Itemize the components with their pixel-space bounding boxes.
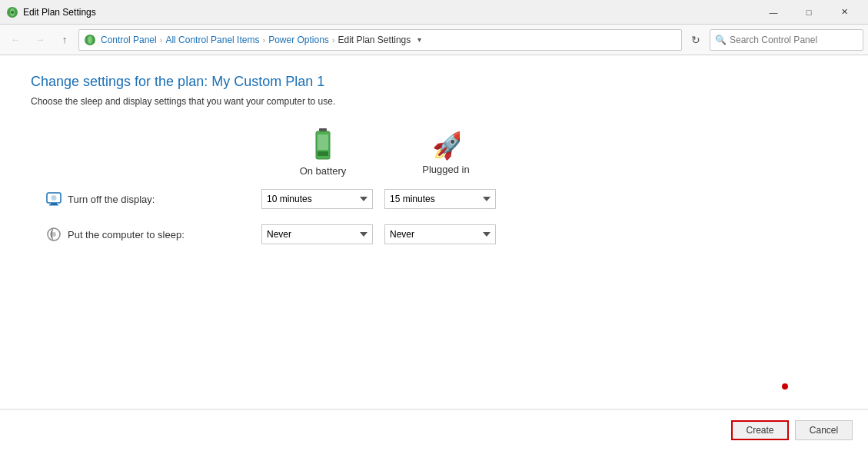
svg-point-4: [88, 36, 92, 44]
display-plugged-select[interactable]: 1 minute 2 minutes 3 minutes 5 minutes 1…: [384, 189, 496, 209]
plug-icon: 🚀: [432, 130, 460, 161]
cancel-button[interactable]: Cancel: [795, 420, 853, 440]
window-title: Edit Plan Settings: [23, 7, 756, 18]
button-row: Create Cancel: [0, 409, 868, 451]
search-icon: 🔍: [715, 35, 727, 45]
breadcrumb-dropdown[interactable]: ▾: [412, 31, 426, 49]
create-button[interactable]: Create: [731, 420, 789, 440]
refresh-button[interactable]: ↻: [685, 29, 707, 51]
column-headers: On battery 🚀 Plugged in: [261, 128, 837, 177]
title-bar: Edit Plan Settings — □ ✕: [0, 0, 868, 25]
minimize-button[interactable]: —: [756, 0, 791, 25]
svg-rect-11: [51, 203, 57, 204]
sleep-label: Put the computer to sleep:: [46, 227, 261, 242]
forward-button[interactable]: →: [29, 29, 51, 51]
close-button[interactable]: ✕: [826, 0, 862, 25]
display-plugged-select-wrapper: 1 minute 2 minutes 3 minutes 5 minutes 1…: [384, 189, 500, 209]
page-subtitle: Choose the sleep and display settings th…: [31, 96, 837, 107]
sleep-battery-select[interactable]: 1 minute 5 minutes 10 minutes 15 minutes…: [261, 224, 373, 244]
svg-rect-5: [319, 128, 327, 131]
breadcrumb-current: Edit Plan Settings: [338, 35, 411, 45]
breadcrumb-all-items[interactable]: All Control Panel Items: [165, 35, 259, 45]
display-battery-select-wrapper: 1 minute 2 minutes 3 minutes 5 minutes 1…: [261, 189, 377, 209]
battery-label: On battery: [300, 165, 347, 177]
breadcrumb-control-panel[interactable]: Control Panel: [101, 35, 157, 45]
sleep-battery-select-wrapper: 1 minute 5 minutes 10 minutes 15 minutes…: [261, 224, 377, 244]
display-icon: [46, 191, 62, 207]
sleep-plugged-select[interactable]: 1 minute 5 minutes 10 minutes 15 minutes…: [384, 224, 496, 244]
breadcrumb-power-options[interactable]: Power Options: [268, 35, 329, 45]
settings-area: On battery 🚀 Plugged in Turn off the dis: [46, 128, 837, 244]
search-box: 🔍: [710, 29, 863, 51]
up-button[interactable]: ↑: [54, 29, 75, 51]
sleep-setting-row: Put the computer to sleep: 1 minute 5 mi…: [46, 224, 837, 244]
svg-rect-12: [49, 204, 58, 206]
window-controls: — □ ✕: [756, 0, 862, 25]
main-content: Change settings for the plan: My Custom …: [0, 55, 868, 451]
svg-rect-7: [318, 134, 328, 150]
maximize-button[interactable]: □: [791, 0, 826, 25]
page-title: Change settings for the plan: My Custom …: [31, 74, 837, 90]
svg-point-2: [11, 11, 14, 14]
svg-rect-8: [318, 151, 328, 156]
svg-text:🚀: 🚀: [432, 130, 460, 161]
plugged-column-header: 🚀 Plugged in: [384, 130, 507, 175]
address-bar: ← → ↑ Control Panel › All Control Panel …: [0, 25, 868, 55]
display-setting-label: Turn off the display:: [68, 194, 155, 205]
search-input[interactable]: [730, 35, 858, 45]
display-label: Turn off the display:: [46, 191, 261, 207]
app-icon: [6, 6, 18, 18]
battery-icon: [314, 128, 331, 162]
breadcrumb: Control Panel › All Control Panel Items …: [78, 29, 682, 51]
display-battery-select[interactable]: 1 minute 2 minutes 3 minutes 5 minutes 1…: [261, 189, 373, 209]
sleep-setting-label: Put the computer to sleep:: [68, 229, 185, 240]
svg-point-15: [52, 232, 56, 237]
battery-column-header: On battery: [261, 128, 384, 177]
sleep-icon: [46, 227, 62, 242]
display-setting-row: Turn off the display: 1 minute 2 minutes…: [46, 189, 837, 209]
sleep-plugged-select-wrapper: 1 minute 5 minutes 10 minutes 15 minutes…: [384, 224, 500, 244]
red-dot-indicator: [782, 383, 788, 390]
plugged-label: Plugged in: [422, 164, 469, 175]
back-button[interactable]: ←: [5, 29, 26, 51]
svg-point-13: [52, 195, 57, 201]
